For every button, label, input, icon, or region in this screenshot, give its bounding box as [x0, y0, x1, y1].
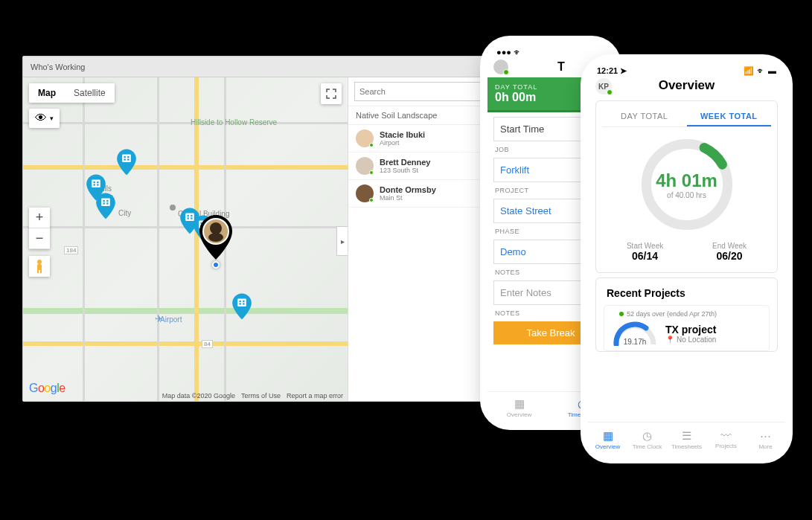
svg-rect-12 — [97, 182, 98, 183]
wifi-icon: ᯤ — [757, 66, 765, 75]
worker-name: Stacie Ibuki — [380, 130, 425, 139]
eye-icon: 👁 — [35, 112, 47, 125]
svg-rect-37 — [40, 269, 42, 273]
svg-rect-8 — [124, 158, 126, 160]
svg-rect-27 — [243, 301, 244, 302]
poi-icon — [170, 205, 176, 211]
svg-rect-14 — [97, 184, 98, 185]
end-week-label: End Week — [712, 242, 747, 250]
clock-text: 12:21 — [597, 66, 618, 75]
svg-rect-5 — [122, 155, 131, 163]
tab-projects[interactable]: 〰Projects — [706, 423, 746, 456]
recent-projects-card: Recent Projects 52 days over (ended Apr … — [595, 277, 778, 352]
donut-subtitle: of 40.00 hrs — [667, 191, 706, 199]
worker-avatar-pin[interactable] — [198, 215, 234, 260]
map-label-hillside: Hillside to Hollow Reserve — [191, 118, 277, 126]
status-bar: ●●● ᯤ — [487, 43, 614, 57]
location-arrow-icon: ➤ — [620, 66, 627, 75]
visibility-dropdown[interactable]: 👁 ▾ — [29, 109, 60, 128]
svg-rect-9 — [127, 158, 129, 160]
project-meta: 52 days over (ended Apr 27th) — [627, 310, 717, 318]
grid-icon: ▦ — [514, 397, 525, 411]
svg-point-33 — [208, 233, 223, 242]
project-item[interactable]: 52 days over (ended Apr 27th) 19.17h TX … — [604, 305, 770, 351]
tab-overview[interactable]: ▦ Overview — [487, 392, 551, 423]
google-logo: Google — [29, 382, 65, 395]
svg-rect-10 — [92, 180, 100, 188]
avatar[interactable]: KP — [595, 78, 612, 94]
list-icon: ☰ — [682, 429, 691, 443]
airport-icon: ✈ — [155, 313, 163, 324]
svg-rect-16 — [188, 215, 189, 216]
svg-rect-26 — [240, 301, 241, 302]
attribution-terms[interactable]: Terms of Use — [241, 392, 281, 399]
map-attribution: Map data ©2020 Google Terms of Use Repor… — [162, 392, 343, 399]
tab-more[interactable]: ⋯More — [746, 423, 785, 456]
recent-projects-title: Recent Projects — [604, 286, 770, 304]
hours-donut-chart: 4h 01m of 40.00 hrs — [639, 136, 735, 233]
svg-rect-18 — [188, 217, 189, 219]
toggle-day-total[interactable]: DAY TOTAL — [602, 107, 687, 126]
phone-overview: 12:21 ➤ 📶 ᯤ ▬ KP Overview DAY TOTAL WEEK… — [588, 62, 785, 456]
tab-timesheets[interactable]: ☰Timesheets — [667, 423, 706, 456]
worker-location: Airport — [380, 139, 425, 147]
screen-header: KP Overview — [588, 75, 785, 96]
zoom-controls: + − — [29, 208, 50, 249]
sidebar-collapse-button[interactable]: ▸ — [336, 226, 348, 256]
zoom-in-button[interactable]: + — [29, 208, 50, 228]
svg-rect-29 — [243, 303, 244, 304]
svg-point-32 — [210, 222, 222, 234]
tab-overview[interactable]: ▦Overview — [588, 423, 627, 456]
svg-rect-25 — [237, 299, 246, 307]
more-icon: ⋯ — [760, 429, 771, 443]
attribution-report[interactable]: Report a map error — [287, 392, 343, 399]
attribution-data: Map data ©2020 Google — [162, 392, 235, 399]
svg-rect-36 — [37, 269, 39, 273]
end-week-value: 06/20 — [712, 250, 747, 262]
map-label-airport: Airport — [160, 315, 182, 324]
worker-location: 123 South St — [380, 167, 430, 174]
worker-location: Main St — [380, 194, 436, 202]
status-dot-icon — [619, 312, 624, 316]
map-pin[interactable] — [231, 293, 252, 320]
fullscreen-button[interactable] — [321, 83, 342, 104]
zoom-out-button[interactable]: − — [29, 228, 50, 249]
map-pin[interactable] — [86, 174, 106, 201]
battery-icon: ▬ — [768, 66, 776, 75]
chevron-down-icon: ▾ — [50, 115, 54, 122]
map-canvas[interactable]: Hillside to Hollow Reserve City Capitol … — [23, 77, 348, 401]
svg-rect-7 — [127, 156, 129, 158]
toggle-week-total[interactable]: WEEK TOTAL — [687, 107, 772, 126]
status-bar: 12:21 ➤ 📶 ᯤ ▬ — [588, 62, 785, 75]
svg-rect-35 — [37, 264, 42, 270]
svg-rect-2 — [106, 200, 108, 202]
week-summary-card: DAY TOTAL WEEK TOTAL 4h 01m of 40.00 hrs… — [595, 100, 778, 273]
map-tab-map[interactable]: Map — [29, 83, 65, 103]
avatar[interactable] — [493, 60, 508, 74]
chart-icon: 〰 — [720, 429, 732, 442]
worker-name: Brett Denney — [380, 158, 430, 167]
svg-rect-13 — [94, 184, 95, 185]
svg-rect-3 — [103, 202, 105, 204]
avatar — [356, 129, 374, 147]
svg-rect-11 — [94, 182, 95, 183]
current-location-dot — [212, 261, 220, 269]
donut-value: 4h 01m — [656, 170, 717, 191]
svg-rect-4 — [106, 202, 108, 204]
clock-icon: ◷ — [642, 429, 652, 443]
screen-title: Overview — [659, 78, 715, 92]
map-type-toggle: Map Satellite — [29, 83, 115, 103]
panel-title: Who's Working — [31, 62, 85, 71]
project-name: TX project — [665, 324, 716, 336]
total-toggle: DAY TOTAL WEEK TOTAL — [602, 107, 771, 127]
pegman-icon — [33, 259, 45, 274]
clock-icon: ◷ — [578, 397, 587, 411]
start-week-label: Start Week — [627, 242, 663, 250]
grid-icon: ▦ — [603, 429, 613, 443]
signal-icon: 📶 — [744, 66, 754, 76]
pegman-button[interactable] — [29, 256, 50, 277]
map-tab-satellite[interactable]: Satellite — [65, 83, 115, 103]
map-pin[interactable] — [116, 149, 137, 176]
fullscreen-icon — [326, 89, 336, 99]
tab-time-clock[interactable]: ◷Time Clock — [627, 423, 667, 456]
